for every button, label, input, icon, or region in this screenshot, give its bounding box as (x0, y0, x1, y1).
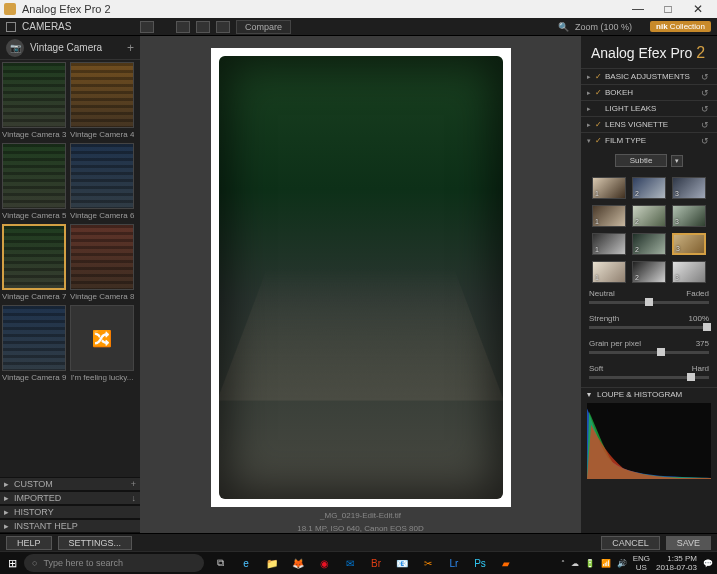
thumbnail[interactable]: Vintage Camera 9 (2, 305, 66, 384)
thumbnail[interactable]: Vintage Camera 5 (2, 143, 66, 222)
section-history[interactable]: ▸ HISTORY (0, 505, 140, 519)
thumbnail-label: Vintage Camera 4 (70, 128, 134, 141)
tray-wifi-icon[interactable]: 📶 (601, 559, 611, 568)
panel-grid-icon[interactable] (6, 22, 16, 32)
chrome-icon[interactable]: ◉ (316, 555, 332, 571)
save-button[interactable]: SAVE (666, 536, 711, 550)
film-swatch[interactable]: 2 (632, 177, 666, 199)
adjustment-row[interactable]: ✓ FILM TYPE ↺ (581, 132, 717, 148)
compare-button[interactable]: Compare (236, 20, 291, 34)
zoom-label[interactable]: Zoom (100 %) (575, 22, 632, 32)
adjustment-row[interactable]: ✓ BOKEH ↺ (581, 84, 717, 100)
film-swatch[interactable]: 1 (592, 233, 626, 255)
view-single-icon[interactable] (176, 21, 190, 33)
slider-track[interactable] (589, 326, 709, 329)
photoshop-icon[interactable]: Ps (472, 555, 488, 571)
settings-button[interactable]: SETTINGS... (58, 536, 133, 550)
explorer-icon[interactable]: 📁 (264, 555, 280, 571)
film-category-select[interactable]: Subtle (615, 154, 668, 167)
thumbnail[interactable]: Vintage Camera 8 (70, 224, 134, 303)
adjustment-row[interactable]: ✓ LENS VIGNETTE ↺ (581, 116, 717, 132)
camera-header[interactable]: 📷 Vintage Camera + (0, 36, 140, 60)
slider-track[interactable] (589, 376, 709, 379)
slider-track[interactable] (589, 351, 709, 354)
thumbnail-grid: Vintage Camera 3Vintage Camera 4Vintage … (0, 60, 140, 477)
thumbnail[interactable]: Vintage Camera 7 (2, 224, 66, 303)
section-instant-help[interactable]: ▸ INSTANT HELP (0, 519, 140, 533)
tray-volume-icon[interactable]: 🔊 (617, 559, 627, 568)
thumbnail[interactable]: Vintage Camera 4 (70, 62, 134, 141)
swatch-number: 1 (595, 274, 599, 281)
edge-icon[interactable]: e (238, 555, 254, 571)
camera-preset-name: Vintage Camera (30, 42, 102, 53)
film-swatch[interactable]: 3 (672, 233, 706, 255)
slider-thumb[interactable] (657, 348, 665, 356)
bridge-icon[interactable]: Br (368, 555, 384, 571)
task-view-icon[interactable]: ⧉ (212, 555, 228, 571)
section-imported[interactable]: ▸ IMPORTED ↓ (0, 491, 140, 505)
thumbnail[interactable]: Vintage Camera 3 (2, 62, 66, 141)
add-custom-button[interactable]: + (131, 479, 136, 489)
reset-icon[interactable]: ↺ (701, 136, 711, 146)
tray-chevron-icon[interactable]: ˄ (561, 559, 565, 568)
maximize-button[interactable]: □ (653, 2, 683, 16)
reset-icon[interactable]: ↺ (701, 120, 711, 130)
reset-icon[interactable]: ↺ (701, 104, 711, 114)
view-side-icon[interactable] (216, 21, 230, 33)
adjustment-row[interactable]: LIGHT LEAKS ↺ (581, 100, 717, 116)
film-swatch[interactable]: 2 (632, 233, 666, 255)
film-swatch[interactable]: 3 (672, 177, 706, 199)
firefox-icon[interactable]: 🦊 (290, 555, 306, 571)
film-category-dropdown-icon[interactable]: ▾ (671, 155, 683, 167)
start-button[interactable]: ⊞ (0, 552, 24, 574)
view-split-icon[interactable] (196, 21, 210, 33)
tray-battery-icon[interactable]: 🔋 (585, 559, 595, 568)
chevron-icon (587, 89, 595, 97)
film-swatch[interactable]: 3 (672, 205, 706, 227)
app-icon-tb[interactable]: ▰ (498, 555, 514, 571)
slider-thumb[interactable] (645, 298, 653, 306)
slider-thumb[interactable] (703, 323, 711, 331)
film-swatch[interactable]: 2 (632, 261, 666, 283)
zoom-search-icon[interactable]: 🔍 (558, 22, 569, 32)
taskbar-search[interactable]: ○ Type here to search (24, 554, 204, 572)
film-swatch[interactable]: 3 (672, 261, 706, 283)
reset-icon[interactable]: ↺ (701, 72, 711, 82)
slider-thumb[interactable] (687, 373, 695, 381)
snip-icon[interactable]: ✂ (420, 555, 436, 571)
cortana-icon: ○ (32, 558, 37, 568)
swatch-number: 3 (675, 190, 679, 197)
film-swatch[interactable]: 1 (592, 261, 626, 283)
swatch-number: 2 (635, 246, 639, 253)
import-button[interactable]: ↓ (132, 493, 137, 503)
tray-clock[interactable]: 1:35 PM2018-07-03 (656, 554, 697, 572)
expand-icon: ▸ (4, 507, 14, 517)
outlook-icon[interactable]: ✉ (342, 555, 358, 571)
lightroom-icon[interactable]: Lr (446, 555, 462, 571)
tray-notifications-icon[interactable]: 💬 (703, 559, 713, 568)
preview-image[interactable] (219, 56, 503, 499)
pin-icon[interactable] (140, 21, 154, 33)
reset-icon[interactable]: ↺ (701, 88, 711, 98)
film-swatch[interactable]: 1 (592, 205, 626, 227)
thumbnail[interactable]: Vintage Camera 6 (70, 143, 134, 222)
section-custom[interactable]: ▸ CUSTOM + (0, 477, 140, 491)
film-swatch[interactable]: 2 (632, 205, 666, 227)
check-icon: ✓ (595, 120, 605, 129)
close-button[interactable]: ✕ (683, 2, 713, 16)
thumbnail[interactable]: 🔀I'm feeling lucky... (70, 305, 134, 384)
swatch-number: 2 (635, 190, 639, 197)
slider-row: Neutral Faded (581, 287, 717, 312)
adjustment-row[interactable]: ✓ BASIC ADJUSTMENTS ↺ (581, 68, 717, 84)
cancel-button[interactable]: CANCEL (601, 536, 660, 550)
loupe-section-header[interactable]: ▾ LOUPE & HISTOGRAM (581, 387, 717, 401)
mail-icon[interactable]: 📧 (394, 555, 410, 571)
film-swatch[interactable]: 1 (592, 177, 626, 199)
tray-cloud-icon[interactable]: ☁ (571, 559, 579, 568)
bottom-bar: HELP SETTINGS... CANCEL SAVE (0, 533, 717, 551)
minimize-button[interactable]: — (623, 2, 653, 16)
tray-language[interactable]: ENGUS (633, 554, 650, 572)
add-camera-button[interactable]: + (127, 41, 134, 55)
slider-track[interactable] (589, 301, 709, 304)
help-button[interactable]: HELP (6, 536, 52, 550)
